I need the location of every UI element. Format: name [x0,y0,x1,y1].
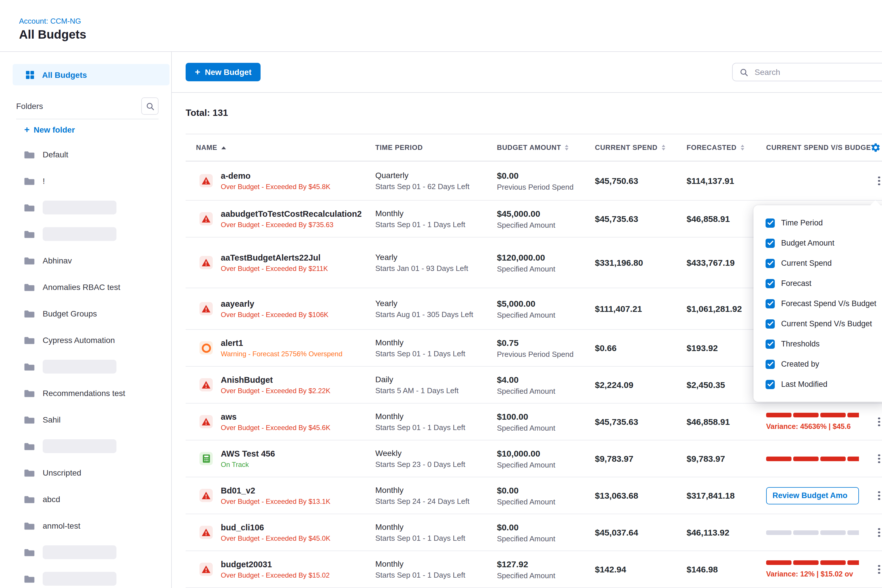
budget-amount-detail: Specified Amount [497,497,595,506]
budget-name[interactable]: bud_cli106 [221,523,330,532]
column-toggle-item[interactable]: Forecast [753,273,882,293]
folder-item[interactable] [0,221,171,247]
current-spend-value: $0.66 [595,343,687,353]
folder-item[interactable]: Unscripted [0,459,171,486]
budget-name[interactable]: a-demo [221,171,330,180]
table-row[interactable]: AWS Test 456On TrackWeeklyStarts Sep 23 … [186,440,882,477]
budget-status-text: Over Budget - Exceeded By $45.6K [221,423,330,432]
folder-item[interactable]: Anomalies RBAC test [0,274,171,300]
table-row[interactable]: Bd01_v2Over Budget - Exceeded By $13.1KM… [186,477,882,514]
folder-search-button[interactable] [141,98,159,115]
account-breadcrumb-link[interactable]: Account: CCM-NG [19,17,81,26]
review-budget-amount-button[interactable]: Review Budget Amo [766,487,859,504]
column-header-current-spend[interactable]: CURRENT SPEND [595,144,687,152]
budget-name[interactable]: budget20031 [221,560,330,569]
column-label: FORECASTED [687,144,736,152]
folder-item[interactable] [0,194,171,221]
row-actions-kebab-icon[interactable] [875,562,882,577]
plus-icon [195,68,200,76]
budget-amount-value: $5,000.00 [497,298,595,308]
column-toggle-item[interactable]: Current Spend V/s Budget [753,314,882,334]
row-actions-kebab-icon[interactable] [875,452,882,466]
checkbox-checked-icon[interactable] [765,380,775,389]
column-header-forecasted[interactable]: FORECASTED [687,144,766,152]
budget-name[interactable]: aaTestBudgetAlerts22Jul [221,253,328,262]
row-actions-kebab-icon[interactable] [875,174,882,188]
row-actions-kebab-icon[interactable] [875,488,882,503]
time-period-cell: MonthlyStarts Sep 01 - 1 Days Left [375,522,497,543]
sidebar-item-all-budgets[interactable]: All Budgets [13,64,170,86]
checkbox-checked-icon[interactable] [765,218,775,227]
table-row[interactable]: awsOver Budget - Exceeded By $45.6KMonth… [186,404,882,440]
budget-amount-detail: Specified Amount [497,310,595,319]
current-spend-value: $45,037.64 [595,528,687,537]
budget-name[interactable]: AWS Test 456 [221,449,275,458]
sort-icon [662,145,665,150]
search-input[interactable] [753,67,882,77]
column-settings-gear-icon[interactable] [870,142,881,153]
column-header-budget-amount[interactable]: BUDGET AMOUNT [497,144,595,152]
budget-amount-cell: $0.00Specified Amount [497,485,595,506]
column-header-current-spend-vs-budget[interactable]: CURRENT SPEND V/S BUDGET [766,144,882,152]
checkbox-checked-icon[interactable] [765,279,775,288]
folder-item[interactable] [0,566,171,588]
period-type: Quarterly [375,171,497,180]
current-spend-value: $142.94 [595,564,687,574]
budget-amount-value: $0.75 [497,338,595,347]
new-folder-button[interactable]: New folder [24,125,75,134]
budget-name-cell: aayearlyOver Budget - Exceeded By $106K [186,299,375,318]
row-actions-kebab-icon[interactable] [875,525,882,540]
budget-name[interactable]: aayearly [221,299,328,308]
folder-item[interactable] [0,433,171,459]
folder-item[interactable]: Cypress Automation [0,327,171,353]
folder-icon [24,177,34,185]
column-toggle-item[interactable]: Last Modified [753,374,882,394]
column-toggle-item[interactable]: Created by [753,354,882,374]
column-toggle-item[interactable]: Current Spend [753,253,882,273]
budget-name[interactable]: aws [221,412,330,421]
column-toggle-item[interactable]: Thresholds [753,334,882,354]
column-toggle-item[interactable]: Budget Amount [753,233,882,253]
folder-item[interactable]: ! [0,168,171,194]
checkbox-checked-icon[interactable] [765,359,775,369]
column-label: BUDGET AMOUNT [497,144,561,152]
column-toggle-item[interactable]: Time Period [753,213,882,233]
folder-item[interactable]: Sahil [0,406,171,433]
table-row[interactable]: budget20031Over Budget - Exceeded By $15… [186,551,882,588]
table-row[interactable]: a-demoOver Budget - Exceeded By $45.8KQu… [186,161,882,201]
budget-name[interactable]: Bd01_v2 [221,486,330,495]
folder-item[interactable] [0,353,171,380]
table-row[interactable]: bud_cli106Over Budget - Exceeded By $45.… [186,514,882,551]
budget-name[interactable]: AnishBudget [221,375,330,384]
new-budget-button[interactable]: New Budget [186,63,261,81]
checkbox-checked-icon[interactable] [765,238,775,248]
folder-item[interactable]: Budget Groups [0,300,171,327]
budget-name[interactable]: alert1 [221,338,342,347]
checkbox-checked-icon[interactable] [765,339,775,348]
column-toggle-item[interactable]: Forecast Spend V/s Budget [753,293,882,314]
budget-amount-value: $0.00 [497,522,595,532]
budget-status-text: Over Budget - Exceeded By $13.1K [221,497,330,505]
folder-item[interactable]: anmol-test [0,513,171,539]
folder-item[interactable]: Abhinav [0,247,171,274]
forecasted-value: $46,113.92 [687,528,766,537]
folder-item[interactable]: Default [0,141,171,168]
period-detail: Starts Sep 01 - 1 Days Left [375,571,497,579]
column-header-name[interactable]: NAME [186,144,375,152]
budget-name-cell: aabudgetToTestCostRecalculation2Over Bud… [186,209,375,229]
checkbox-checked-icon[interactable] [765,258,775,268]
checkbox-checked-icon[interactable] [765,299,775,308]
folder-label: Budget Groups [43,309,97,318]
table-header: NAME TIME PERIOD BUDGET AMOUNT CURRENT S… [186,134,882,161]
folder-item[interactable]: abcd [0,486,171,513]
budget-amount-cell: $127.92Specified Amount [497,559,595,580]
folder-item[interactable]: Recommendations test [0,380,171,406]
folder-icon [24,521,34,530]
budget-amount-value: $0.00 [497,170,595,180]
budget-name[interactable]: aabudgetToTestCostRecalculation2 [221,209,362,218]
checkbox-checked-icon[interactable] [765,319,775,328]
row-actions-kebab-icon[interactable] [875,414,882,429]
column-toggle-label: Forecast [781,279,812,288]
folder-item[interactable] [0,539,171,566]
column-header-time-period[interactable]: TIME PERIOD [375,144,497,152]
